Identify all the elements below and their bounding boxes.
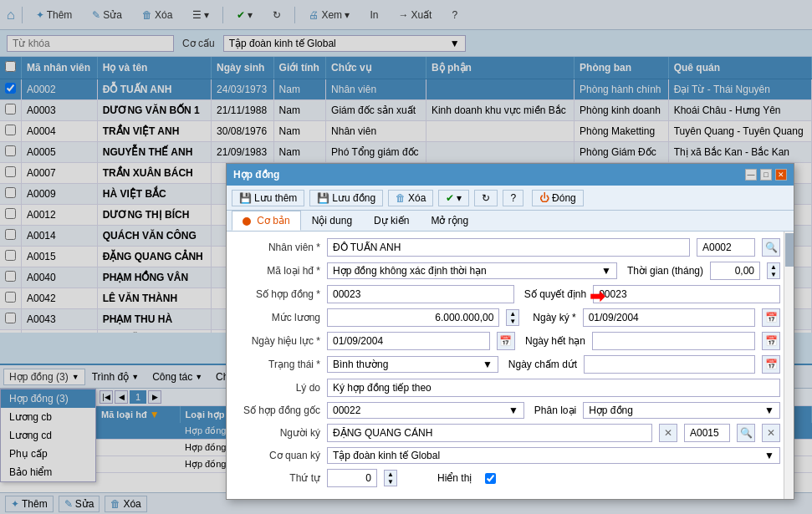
help-modal-button[interactable]: ? — [503, 190, 523, 206]
ngay-hieu-luc-input[interactable] — [327, 332, 490, 350]
modal-titlebar: Hợp đồng — □ ✕ — [227, 164, 794, 186]
ma-loai-hd-label: Mã loại hđ * — [237, 265, 320, 277]
ngay-cham-dut-label: Ngày chấm dứt — [508, 359, 577, 370]
save-close-icon: 💾 — [317, 192, 329, 204]
spin-up-button[interactable]: ▲ — [768, 263, 779, 271]
nhan-vien-input[interactable] — [327, 238, 690, 257]
luu-dong-label: Lưu đồng — [332, 192, 375, 204]
so-hd-row: Số hợp đồng * Số quyết định — [237, 285, 780, 303]
muc-luong-down[interactable]: ▼ — [507, 318, 518, 325]
nhan-vien-code-input[interactable] — [697, 238, 755, 257]
nhan-vien-search-button[interactable]: 🔍 — [762, 238, 780, 257]
nguoi-ky-clear2-button[interactable]: ✕ — [762, 424, 780, 442]
so-hd-goc-value: 00022 — [333, 405, 508, 416]
muc-luong-input[interactable] — [327, 308, 499, 327]
spin-down-button[interactable]: ▼ — [768, 271, 779, 278]
tab-noi-dung[interactable]: Nội dung — [301, 211, 363, 231]
power-icon: ⏻ — [539, 192, 549, 204]
muc-luong-up[interactable]: ▲ — [507, 310, 518, 318]
ngay-het-han-calendar-button[interactable]: 📅 — [762, 332, 780, 350]
so-hd-goc-label: Số hợp đồng gốc — [237, 405, 320, 416]
thu-tu-up[interactable]: ▲ — [385, 471, 396, 478]
co-quan-ky-label: Cơ quan ký — [237, 450, 320, 461]
ngay-ky-calendar-button[interactable]: 📅 — [762, 308, 780, 327]
ly-do-label: Lý do — [237, 382, 320, 394]
thu-tu-down[interactable]: ▼ — [385, 478, 396, 486]
thoi-gian-label: Thời gian (tháng) — [627, 265, 703, 277]
ngay-hieu-luc-row: Ngày hiệu lực * 📅 Ngày hết hạn 📅 — [237, 332, 780, 350]
dong-label: Đóng — [552, 192, 576, 204]
ngay-hieu-luc-label: Ngày hiệu lực * — [237, 335, 320, 347]
ngay-hieu-luc-calendar-button[interactable]: 📅 — [497, 332, 515, 350]
noi-dung-label: Nội dung — [312, 215, 352, 226]
ngay-het-han-input[interactable] — [592, 332, 755, 350]
hien-thi-checkbox[interactable] — [485, 473, 496, 484]
so-hd-input[interactable] — [327, 285, 514, 303]
modal-content: Nhân viên * 🔍 Mã loại hđ * Hợp đồng khôn… — [227, 232, 794, 499]
thu-tu-input[interactable] — [327, 469, 377, 487]
muc-luong-row: Mức lương ▲ ▼ Ngày ký * 📅 — [237, 308, 780, 327]
refresh-modal-button[interactable]: ↻ — [474, 190, 498, 206]
mo-rong-label: Mở rộng — [431, 215, 468, 226]
phan-loai-arrow: ▼ — [764, 405, 774, 416]
delete-icon3: 🗑 — [396, 192, 406, 204]
nguoi-ky-label: Người ký — [237, 427, 320, 439]
save-icon: 💾 — [239, 192, 252, 204]
nguoi-ky-clear-button[interactable]: ✕ — [659, 424, 677, 442]
luu-dong-button[interactable]: 💾 Lưu đồng — [309, 190, 383, 206]
trang-thai-select[interactable]: Bình thường ▼ — [327, 356, 498, 373]
phan-loai-select[interactable]: Hợp đồng ▼ — [583, 402, 780, 419]
thu-tu-spinner[interactable]: ▲ ▼ — [384, 470, 397, 486]
muc-luong-label: Mức lương — [237, 312, 320, 323]
phan-loai-label: Phân loại — [534, 405, 576, 416]
co-quan-ky-arrow: ▼ — [764, 450, 774, 461]
thoi-gian-spinner[interactable]: ▲ ▼ — [767, 262, 780, 279]
modal-controls: — □ ✕ — [745, 169, 787, 181]
trang-thai-row: Trạng thái * Bình thường ▼ Ngày chấm dứt… — [237, 355, 780, 374]
so-hd-goc-row: Số hợp đồng gốc 00022 ▼ Phân loại Hợp đồ… — [237, 402, 780, 419]
nhan-vien-row: Nhân viên * 🔍 — [237, 238, 780, 257]
modal-dialog: Hợp đồng — □ ✕ 💾 Lưu thêm 💾 Lưu đồng 🗑 X… — [226, 163, 794, 500]
so-hd-goc-select[interactable]: 00022 ▼ — [327, 402, 524, 419]
nguoi-ky-search-button[interactable]: 🔍 — [737, 424, 755, 442]
nguoi-ky-input[interactable] — [327, 424, 652, 442]
modal-close-button[interactable]: ✕ — [775, 169, 787, 181]
dong-button[interactable]: ⏻ Đóng — [532, 190, 584, 206]
dropdown-arrow-icon: ▼ — [601, 265, 611, 277]
modal-minimize-button[interactable]: — — [745, 169, 757, 181]
tab-mo-rong[interactable]: Mở rộng — [420, 211, 479, 231]
nguoi-ky-row: Người ký ✕ 🔍 ✕ — [237, 424, 780, 442]
co-ban-label: Cơ bản — [257, 215, 289, 226]
luu-them-button[interactable]: 💾 Lưu thêm — [232, 190, 304, 206]
help-icon2: ? — [510, 192, 516, 204]
ngay-cham-dut-input[interactable] — [584, 355, 755, 374]
trang-thai-value: Bình thường — [333, 359, 483, 370]
ngay-ky-input[interactable] — [583, 308, 755, 327]
tab-du-kien[interactable]: Dự kiến — [363, 211, 420, 231]
tab-co-ban[interactable]: Cơ bản — [232, 211, 301, 231]
xoa-modal-label: Xóa — [408, 192, 426, 204]
so-quyet-dinh-input[interactable] — [593, 285, 780, 303]
ly-do-input[interactable] — [327, 379, 780, 397]
ly-do-row: Lý do — [237, 379, 780, 397]
ngay-ky-label: Ngày ký * — [533, 312, 575, 323]
modal-maximize-button[interactable]: □ — [760, 169, 772, 181]
thoi-gian-input[interactable] — [710, 262, 760, 280]
check-dropdown-button[interactable]: ✔ ▾ — [438, 190, 469, 206]
nguoi-ky-code-input[interactable] — [684, 424, 730, 442]
ma-loai-hd-row: Mã loại hđ * Hợp đồng không xác định thờ… — [237, 262, 780, 280]
co-quan-ky-select[interactable]: Tập đoàn kinh tế Global ▼ — [327, 447, 780, 464]
so-quyet-dinh-label: Số quyết định — [524, 288, 586, 300]
modal-tabs: Cơ bản Nội dung Dự kiến Mở rộng — [227, 211, 794, 232]
ngay-cham-dut-calendar-button[interactable]: 📅 — [762, 355, 780, 374]
thu-tu-row: Thứ tự ▲ ▼ Hiển thị — [237, 469, 780, 487]
muc-luong-spinner[interactable]: ▲ ▼ — [506, 309, 519, 326]
ma-loai-hd-select[interactable]: Hợp đồng không xác định thời hạn ▼ — [327, 262, 617, 279]
thu-tu-label: Thứ tự — [237, 472, 320, 484]
co-quan-ky-row: Cơ quan ký Tập đoàn kinh tế Global ▼ — [237, 447, 780, 464]
xoa-modal-button[interactable]: 🗑 Xóa — [388, 190, 433, 206]
check-icon2: ✔ — [446, 192, 454, 204]
modal-toolbar: 💾 Lưu thêm 💾 Lưu đồng 🗑 Xóa ✔ ▾ ↻ ? ⏻ Đó… — [227, 186, 794, 211]
ngay-het-han-label: Ngày hết hạn — [525, 335, 585, 347]
modal-scrollbar[interactable] — [784, 232, 794, 499]
